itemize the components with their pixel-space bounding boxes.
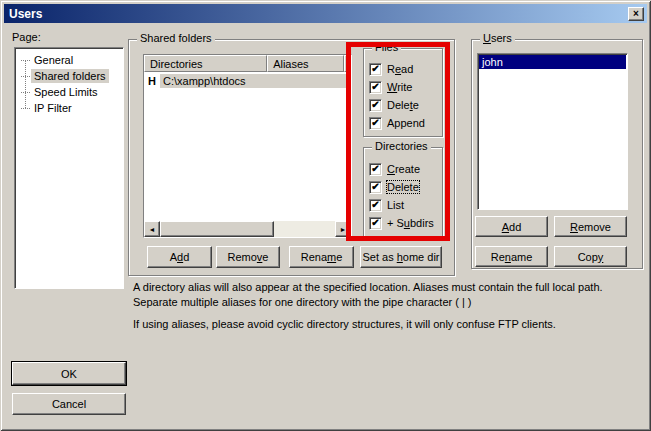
checkbox-row: ✔ List [369, 196, 434, 214]
home-dir-marker: H [144, 75, 160, 87]
scroll-left-button[interactable]: ◄ [144, 221, 160, 237]
check-icon: ✔ [371, 218, 379, 228]
scroll-right-button[interactable]: ► [335, 221, 351, 237]
folder-rename-button[interactable]: Rename [289, 246, 354, 268]
user-rename-button[interactable]: Rename [475, 246, 548, 267]
alias-note: A directory alias will also appear at th… [133, 280, 637, 310]
subdirs-checkbox-label[interactable]: + Subdirs [387, 217, 434, 229]
check-icon: ✔ [371, 118, 379, 128]
read-checkbox[interactable]: ✔ [369, 63, 382, 76]
horizontal-scrollbar[interactable]: ◄ ► [144, 221, 351, 237]
tree-trunk-line [25, 60, 26, 108]
page-label: Page: [12, 31, 41, 43]
check-icon: ✔ [371, 82, 379, 92]
users-list: john [477, 53, 628, 210]
scrollbar-track[interactable] [274, 221, 335, 237]
window-title: Users [9, 7, 42, 21]
directories-group-label: Directories [372, 140, 431, 153]
write-checkbox[interactable]: ✔ [369, 81, 382, 94]
directory-row[interactable]: H C:\xampp\htdocs [144, 72, 351, 89]
checkbox-row: ✔ Create [369, 160, 434, 178]
list-checkbox-label[interactable]: List [387, 199, 404, 211]
set-as-home-dir-button[interactable]: Set as home dir [360, 246, 442, 268]
user-add-button[interactable]: Add [475, 216, 548, 237]
append-checkbox-label[interactable]: Append [387, 117, 425, 129]
page-item-shared-folders[interactable]: Shared folders [15, 68, 123, 84]
listview-body: H C:\xampp\htdocs [144, 72, 351, 221]
checkbox-row: ✔ Delete [369, 178, 434, 196]
cancel-button[interactable]: Cancel [12, 393, 126, 415]
users-group-label: Users [480, 32, 515, 45]
read-checkbox-label[interactable]: Read [387, 63, 413, 75]
arrow-right-icon: ► [340, 226, 347, 233]
checkbox-row: ✔ Delete [369, 96, 425, 114]
directory-path: C:\xampp\htdocs [160, 74, 351, 88]
scrollbar-thumb[interactable] [160, 221, 274, 237]
users-dialog: Users × Page: General Shared folders Spe… [0, 0, 651, 431]
write-checkbox-label[interactable]: Write [387, 81, 412, 93]
checkbox-row: ✔ Write [369, 78, 425, 96]
folder-remove-button[interactable]: Remove [216, 246, 280, 268]
directories-listview: Directories Aliases H C:\xampp\htdocs ◄ … [143, 54, 352, 238]
page-list: General Shared folders Speed Limits IP F… [14, 47, 124, 289]
listview-header: Directories Aliases [144, 55, 351, 72]
close-button[interactable]: × [628, 7, 644, 21]
files-group-label: Files [372, 41, 401, 54]
check-icon: ✔ [371, 164, 379, 174]
notes: A directory alias will also appear at th… [133, 280, 637, 332]
create-checkbox-label[interactable]: Create [387, 163, 420, 175]
ok-button[interactable]: OK [12, 362, 126, 385]
folder-add-button[interactable]: Add [147, 246, 212, 268]
title-bar[interactable]: Users × [4, 4, 647, 23]
shared-folders-group-label: Shared folders [137, 32, 215, 45]
create-checkbox[interactable]: ✔ [369, 163, 382, 176]
append-checkbox[interactable]: ✔ [369, 117, 382, 130]
directories-group: Directories ✔ Create ✔ Delete ✔ List ✔ +… [363, 147, 443, 237]
user-copy-button[interactable]: Copy [554, 246, 627, 267]
subdirs-checkbox[interactable]: ✔ [369, 217, 382, 230]
file-delete-checkbox-label[interactable]: Delete [387, 99, 419, 111]
user-remove-button[interactable]: Remove [554, 216, 627, 237]
check-icon: ✔ [371, 200, 379, 210]
dir-delete-checkbox-label[interactable]: Delete [387, 181, 419, 193]
page-item-speed-limits[interactable]: Speed Limits [15, 84, 123, 100]
arrow-left-icon: ◄ [149, 226, 156, 233]
check-icon: ✔ [371, 64, 379, 74]
list-checkbox[interactable]: ✔ [369, 199, 382, 212]
page-item-ip-filter[interactable]: IP Filter [15, 100, 123, 116]
check-icon: ✔ [371, 182, 379, 192]
checkbox-row: ✔ + Subdirs [369, 214, 434, 232]
dir-delete-checkbox[interactable]: ✔ [369, 181, 382, 194]
column-header-directories[interactable]: Directories [144, 55, 267, 72]
close-icon: × [633, 9, 639, 19]
column-header-aliases[interactable]: Aliases [267, 55, 344, 72]
checkbox-row: ✔ Read [369, 60, 425, 78]
files-group: Files ✔ Read ✔ Write ✔ Delete ✔ Append [363, 48, 443, 137]
file-delete-checkbox[interactable]: ✔ [369, 99, 382, 112]
user-item-john[interactable]: john [479, 55, 626, 69]
page-item-general[interactable]: General [15, 52, 123, 68]
column-header-filler [344, 55, 351, 72]
checkbox-row: ✔ Append [369, 114, 425, 132]
check-icon: ✔ [371, 100, 379, 110]
cyclic-note: If using aliases, please avoid cyclic di… [133, 317, 637, 332]
